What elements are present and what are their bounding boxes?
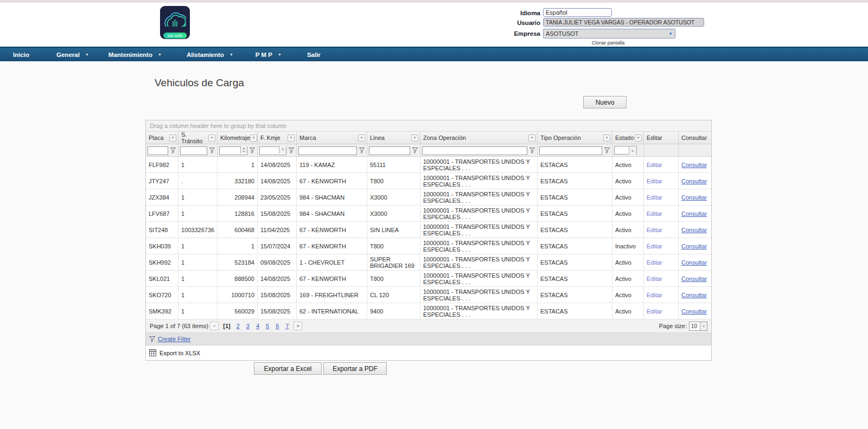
column-header-consultar[interactable]: Consultar — [679, 132, 712, 144]
column-header-marca[interactable]: Marca▼ — [297, 132, 367, 144]
editar-link[interactable]: Editar — [647, 259, 662, 266]
date-dropdown-button[interactable]: ˅ — [279, 146, 286, 153]
filter-input-zona[interactable] — [422, 146, 527, 155]
consultar-link[interactable]: Consultar — [681, 243, 707, 249]
column-menu-button[interactable]: ▼ — [358, 135, 365, 142]
nav-item-mantenimiento[interactable]: Mantenimiento▼ — [108, 52, 162, 58]
cell-linea: T800 — [367, 173, 420, 189]
filter-funnel-button[interactable] — [249, 147, 256, 153]
consultar-link[interactable]: Consultar — [681, 162, 707, 168]
consultar-link[interactable]: Consultar — [681, 210, 707, 217]
pager-prev-button[interactable]: < — [210, 322, 219, 330]
filter-funnel-button[interactable] — [412, 147, 418, 153]
consultar-link[interactable]: Consultar — [681, 308, 707, 315]
empresa-value: ASOTUSOT — [546, 30, 579, 37]
column-header-estado[interactable]: Estado▼ — [612, 132, 644, 144]
pager-page-link[interactable]: 3 — [246, 323, 250, 329]
nav-item-alistamiento[interactable]: Alistamiento▼ — [187, 52, 233, 58]
cell-placa: SKH992 — [146, 254, 178, 270]
editar-link[interactable]: Editar — [647, 276, 662, 282]
exportar-pdf-button[interactable]: Exportar a PDF — [323, 362, 387, 375]
pager-next-button[interactable]: > — [293, 322, 302, 330]
column-header-f_kmje[interactable]: F. Kmje▼ — [258, 132, 297, 144]
column-header-label: Consultar — [681, 135, 707, 141]
consultar-link[interactable]: Consultar — [681, 276, 707, 282]
column-menu-button[interactable]: ▼ — [603, 135, 610, 142]
pager-page-link[interactable]: 2 — [237, 323, 240, 329]
filter-input-tipo[interactable] — [539, 146, 602, 155]
pager-page-link[interactable]: 6 — [276, 323, 279, 329]
app-logo: tas web — [160, 6, 190, 39]
idioma-input[interactable]: Español — [543, 8, 612, 17]
nav-item-salir[interactable]: Salir — [307, 52, 321, 58]
create-filter-link[interactable]: Create Filter — [158, 336, 191, 342]
editar-link[interactable]: Editar — [647, 162, 662, 168]
filter-funnel-button[interactable] — [529, 147, 535, 153]
filter-funnel-button[interactable] — [359, 147, 365, 153]
nuevo-button[interactable]: Nuevo — [583, 96, 627, 108]
clonar-pantalla-link[interactable]: Clonar pantalla — [543, 40, 673, 46]
filter-input-placa[interactable] — [148, 146, 168, 155]
editar-link[interactable]: Editar — [647, 210, 662, 217]
nav-label: Alistamiento — [187, 52, 224, 58]
filter-input-marca[interactable] — [298, 146, 357, 155]
consultar-link[interactable]: Consultar — [681, 178, 707, 184]
column-header-transito[interactable]: S. Tránsito▼ — [178, 132, 218, 144]
column-menu-button[interactable]: ▼ — [635, 135, 642, 142]
filter-funnel-button[interactable] — [170, 147, 176, 153]
filter-cell-zona — [420, 144, 538, 156]
cell-transito: 1 — [178, 157, 218, 172]
column-menu-button[interactable]: ▼ — [208, 135, 215, 142]
consultar-link[interactable]: Consultar — [681, 259, 707, 266]
column-header-kilometraje[interactable]: Kilometraje▼ — [218, 132, 258, 144]
cell-editar: Editar — [644, 287, 679, 303]
cell-transito: 1 — [178, 254, 218, 270]
cell-editar: Editar — [644, 238, 679, 254]
logo-wordmark: tas web — [163, 33, 187, 39]
column-menu-button[interactable]: ▼ — [250, 135, 257, 142]
table-row: SKL021188850014/08/202567 - KENWORTHT800… — [146, 271, 711, 287]
pager-page-link[interactable]: 7 — [285, 323, 289, 329]
filter-funnel-button[interactable] — [209, 147, 215, 153]
column-header-placa[interactable]: Placa▼ — [146, 132, 178, 144]
nav-item-pmp[interactable]: P M P▼ — [256, 52, 282, 58]
filter-input-transito[interactable] — [180, 146, 207, 155]
column-menu-button[interactable]: ▼ — [169, 135, 176, 142]
grid-group-panel[interactable]: Drag a column header here to group by th… — [146, 120, 711, 132]
column-menu-button[interactable]: ▼ — [411, 135, 418, 142]
column-menu-button[interactable]: ▼ — [528, 135, 535, 142]
cell-zona: 10000001 - TRANSPORTES UNIDOS Y ESPECIAL… — [420, 287, 538, 303]
consultar-link[interactable]: Consultar — [681, 292, 707, 298]
nav-item-inicio[interactable]: Inicio — [13, 52, 29, 58]
filter-input-linea[interactable] — [369, 146, 410, 155]
column-menu-button[interactable]: ▼ — [288, 135, 295, 142]
grid-pager: Page 1 of 7 (63 items) < [1] 234567 > Pa… — [146, 319, 711, 333]
cell-consultar: Consultar — [679, 271, 712, 286]
column-header-tipo[interactable]: Tipo Operación▼ — [538, 132, 612, 144]
export-xlsx-link[interactable]: Export to XLSX — [159, 350, 200, 356]
exportar-excel-button[interactable]: Exportar a Excel — [254, 362, 322, 375]
editar-link[interactable]: Editar — [647, 178, 662, 184]
consultar-link[interactable]: Consultar — [681, 194, 707, 201]
spinner-buttons[interactable]: ▲▼ — [240, 146, 247, 153]
usuario-input[interactable]: TANIA JULIET VEGA VARGAS - OPERADOR ASOT… — [543, 18, 704, 27]
pager-page-link[interactable]: 5 — [266, 323, 269, 329]
editar-link[interactable]: Editar — [647, 292, 662, 298]
column-header-linea[interactable]: Linea▼ — [367, 132, 420, 144]
column-header-zona[interactable]: Zona Operación▼ — [420, 132, 538, 144]
page-size-select[interactable]: 10 ˅ — [689, 322, 707, 331]
filter-funnel-button[interactable] — [288, 147, 295, 153]
filter-funnel-button[interactable] — [604, 147, 610, 153]
filter-input-wrap — [369, 145, 410, 156]
table-row: SIT248100332673660046811/04/202567 - KEN… — [146, 222, 711, 238]
pager-page-link[interactable]: 4 — [256, 323, 259, 329]
editar-link[interactable]: Editar — [647, 308, 662, 315]
nav-item-general[interactable]: General▼ — [56, 52, 89, 58]
column-header-editar[interactable]: Editar — [644, 132, 679, 144]
consultar-link[interactable]: Consultar — [681, 227, 707, 233]
editar-link[interactable]: Editar — [647, 243, 662, 249]
editar-link[interactable]: Editar — [647, 227, 662, 233]
empresa-select[interactable]: ASOTUSOT ▼ — [543, 29, 675, 39]
editar-link[interactable]: Editar — [647, 194, 662, 201]
filter-select-estado[interactable]: ˅ — [614, 146, 637, 155]
